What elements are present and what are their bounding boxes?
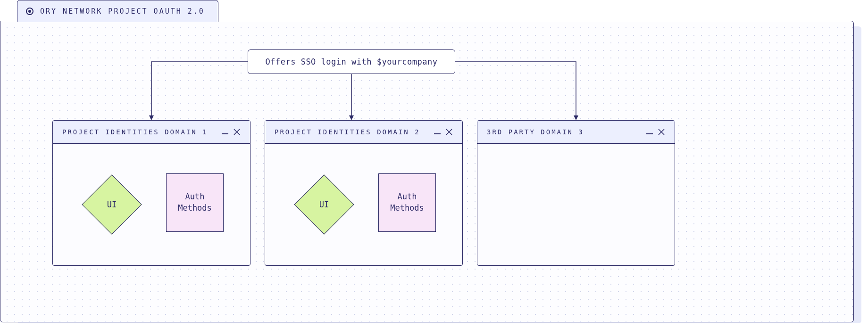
window-title: Project Identities Domain 2 xyxy=(275,128,420,136)
auth-methods-label: Auth Methods xyxy=(171,191,218,214)
record-icon xyxy=(26,8,33,15)
window-body xyxy=(477,144,675,265)
minimize-icon[interactable] xyxy=(222,133,228,134)
window-title: Project Identities Domain 1 xyxy=(62,128,208,136)
window-body: UI Auth Methods xyxy=(265,144,462,265)
window-title: 3rd Party Domain 3 xyxy=(487,128,584,136)
window-domain-3: 3rd Party Domain 3 xyxy=(477,120,675,266)
window-domain-2: Project Identities Domain 2 UI Auth Meth… xyxy=(265,120,463,266)
window-header: Project Identities Domain 1 xyxy=(53,121,250,144)
close-icon[interactable] xyxy=(233,128,241,136)
sso-root-label: Offers SSO login with $yourcompany xyxy=(266,57,438,66)
svg-marker-0 xyxy=(349,115,354,120)
close-icon[interactable] xyxy=(658,128,665,136)
auth-methods-node: Auth Methods xyxy=(166,173,224,232)
ui-node: UI xyxy=(296,177,352,232)
window-header: Project Identities Domain 2 xyxy=(265,121,462,144)
minimize-icon[interactable] xyxy=(646,133,653,134)
auth-methods-label: Auth Methods xyxy=(384,191,431,214)
window-controls xyxy=(646,128,665,136)
ui-node-label: UI xyxy=(107,200,117,209)
tab-oauth[interactable]: Ory Network Project OAuth 2.0 xyxy=(17,0,218,22)
sso-root-node: Offers SSO login with $yourcompany xyxy=(248,49,455,74)
svg-marker-1 xyxy=(149,115,154,120)
main-panel: Offers SSO login with $yourcompany Proje… xyxy=(0,21,854,322)
minimize-icon[interactable] xyxy=(434,133,441,134)
window-body: UI Auth Methods xyxy=(53,144,250,265)
auth-methods-node: Auth Methods xyxy=(378,173,436,232)
ui-node: UI xyxy=(84,177,140,232)
window-domain-1: Project Identities Domain 1 UI Auth Meth… xyxy=(52,120,250,266)
window-controls xyxy=(434,128,453,136)
close-icon[interactable] xyxy=(445,128,453,136)
window-controls xyxy=(222,128,241,136)
tab-label: Ory Network Project OAuth 2.0 xyxy=(40,7,205,16)
svg-marker-2 xyxy=(574,115,578,120)
tab-mask xyxy=(18,21,177,22)
ui-node-label: UI xyxy=(319,200,329,209)
window-header: 3rd Party Domain 3 xyxy=(477,121,675,144)
